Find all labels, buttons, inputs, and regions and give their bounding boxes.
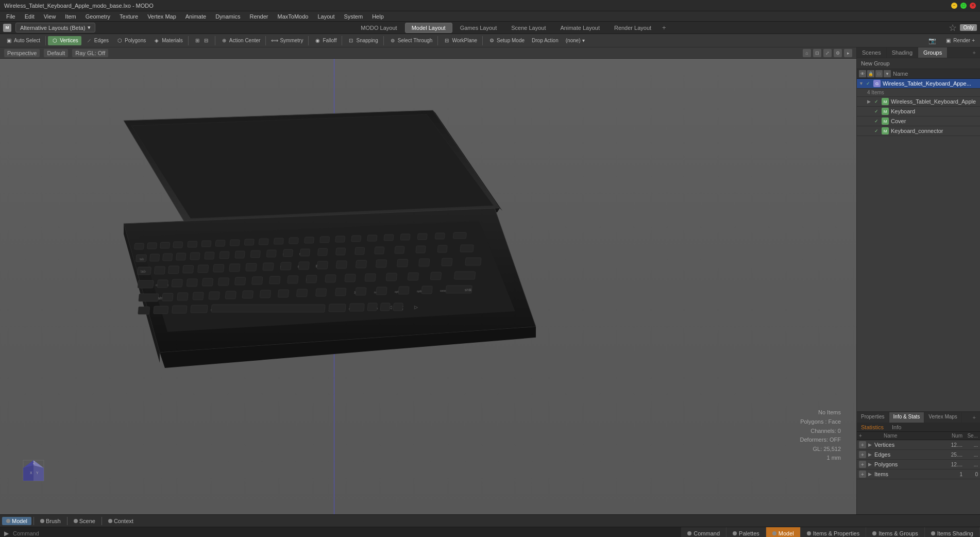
bottom-tab-scene[interactable]: Scene xyxy=(70,517,99,525)
menu-item[interactable]: Item xyxy=(61,12,80,21)
layout-tab-scene[interactable]: Scene Layout xyxy=(504,23,552,33)
polygons-button[interactable]: ⬡ Polygons xyxy=(113,36,149,45)
menu-file[interactable]: File xyxy=(2,12,20,21)
visibility-check[interactable]: ✓ xyxy=(865,80,871,87)
bottom-tab-context[interactable]: Context xyxy=(104,517,138,525)
col-eye-icon[interactable]: 👁 xyxy=(859,70,866,77)
select-through-button[interactable]: ⊚ Select Through xyxy=(386,36,436,45)
menu-view[interactable]: View xyxy=(40,12,60,21)
tree-item-keyboard[interactable]: ✓ M Keyboard xyxy=(857,107,980,116)
layout-tab-add[interactable]: + xyxy=(659,23,669,32)
menu-maxtomodo[interactable]: MaxToModo xyxy=(274,12,313,21)
btab-items-props[interactable]: Items & Properties xyxy=(801,527,866,537)
falloff-button[interactable]: ◉ Falloff xyxy=(311,36,340,45)
close-button[interactable]: ✕ xyxy=(970,3,976,9)
menu-geometry[interactable]: Geometry xyxy=(81,12,114,21)
vp-icon-more[interactable]: ▸ xyxy=(844,49,852,57)
render-button[interactable]: ▣ Render + xyxy=(941,36,978,45)
action-center-button[interactable]: ⊕ Action Center xyxy=(217,36,264,45)
minimize-button[interactable]: − xyxy=(951,3,957,9)
btab-palettes[interactable]: Palettes xyxy=(726,527,766,537)
expand-icon[interactable]: ▼ xyxy=(859,81,865,86)
layout-tab-render[interactable]: Render Layout xyxy=(607,23,658,33)
vis-check-4[interactable]: ✓ xyxy=(873,118,880,124)
vis-check-3[interactable]: ✓ xyxy=(873,108,880,114)
default-label[interactable]: Default xyxy=(44,49,68,57)
btab-model-active[interactable]: Model xyxy=(766,527,801,537)
viewport[interactable]: Perspective Default Ray GL: Off ⌂ ⊡ ⤢ ⚙ … xyxy=(0,47,856,514)
setup-mode-button[interactable]: ⚙ Setup Mode xyxy=(485,36,528,45)
menu-edit[interactable]: Edit xyxy=(21,12,39,21)
add-items[interactable]: + xyxy=(859,471,866,478)
camera-icon[interactable]: 📷 xyxy=(925,36,939,45)
panel-tab-add[interactable]: + xyxy=(969,47,980,58)
tree-item-connector[interactable]: ✓ M Keyboard_connector xyxy=(857,126,980,136)
layout-tab-games[interactable]: Games Layout xyxy=(453,23,504,33)
tree-item-root[interactable]: ▼ ✓ G Wireless_Tablet_Keyboard_Appe... xyxy=(857,79,980,89)
maximize-button[interactable]: □ xyxy=(960,3,967,9)
add-polygons[interactable]: + xyxy=(859,461,866,468)
action-dropdown[interactable]: (none) ▾ xyxy=(563,37,588,44)
col-lock-icon[interactable]: 🔒 xyxy=(867,70,874,77)
drop-action-button[interactable]: Drop Action xyxy=(529,37,562,44)
layout-tab-modo[interactable]: MODO Layout xyxy=(354,23,403,33)
vis-check-2[interactable]: ✓ xyxy=(873,98,880,105)
vp-icon-home[interactable]: ⌂ xyxy=(803,49,811,57)
btab-items-groups[interactable]: Items & Groups xyxy=(866,527,924,537)
tab-info-stats[interactable]: Info & Stats xyxy=(889,412,925,423)
menu-layout[interactable]: Layout xyxy=(313,12,339,21)
alt-layouts-button[interactable]: Alternative Layouts (Beta) ▾ xyxy=(15,23,95,32)
vp-icon-maximize[interactable]: ⤢ xyxy=(823,49,832,57)
btab-items-shading[interactable]: Items Shading xyxy=(925,527,980,537)
expand-vertices[interactable]: ▶ xyxy=(868,442,874,447)
layout-tab-animate[interactable]: Animate Layout xyxy=(554,23,606,33)
ray-gl-label[interactable]: Ray GL: Off xyxy=(72,49,108,57)
expand-icon-2[interactable]: ▶ xyxy=(867,99,873,104)
vp-icon-settings[interactable]: ⚙ xyxy=(834,49,842,57)
layout-tab-model[interactable]: Model Layout xyxy=(405,23,452,33)
menu-animate[interactable]: Animate xyxy=(181,12,210,21)
perspective-label[interactable]: Perspective xyxy=(4,49,40,57)
vis-check-5[interactable]: ✓ xyxy=(873,128,880,134)
new-group-button[interactable]: New Group xyxy=(857,58,980,69)
symmetry-button[interactable]: ⟺ Symmetry xyxy=(268,36,306,45)
tab-properties[interactable]: Properties xyxy=(857,412,889,423)
tab-shading[interactable]: Shading xyxy=(887,47,918,58)
expand-polygons[interactable]: ▶ xyxy=(868,462,874,467)
vp-icon-fit[interactable]: ⊡ xyxy=(813,49,821,57)
auto-select-button[interactable]: ▣ Auto Select xyxy=(2,36,43,45)
snapping-button[interactable]: ⊡ Snapping xyxy=(344,36,381,45)
materials-button[interactable]: ◈ Materials xyxy=(150,36,186,45)
info-tab[interactable]: Info xyxy=(892,424,901,430)
tab-groups[interactable]: Groups xyxy=(918,47,948,58)
menu-system[interactable]: System xyxy=(340,12,367,21)
bottom-tab-model[interactable]: Model xyxy=(2,517,31,525)
col-vis-icon[interactable]: □ xyxy=(875,70,883,77)
tree-item-cover[interactable]: ✓ M Cover xyxy=(857,116,980,126)
add-edges[interactable]: + xyxy=(859,451,866,458)
add-vertices[interactable]: + xyxy=(859,441,866,448)
star-icon[interactable]: ☆ xyxy=(949,22,957,33)
edges-button[interactable]: ⟋ Edges xyxy=(82,36,112,45)
menu-texture[interactable]: Texture xyxy=(115,12,142,21)
props-tab-add[interactable]: + xyxy=(969,412,980,423)
command-input[interactable] xyxy=(13,530,677,536)
btab-command[interactable]: Command xyxy=(681,527,726,537)
tab-vertex-maps[interactable]: Vertex Maps xyxy=(924,412,962,423)
menu-render[interactable]: Render xyxy=(245,12,272,21)
menu-help[interactable]: Help xyxy=(368,12,388,21)
expand-items[interactable]: ▶ xyxy=(868,472,874,477)
viewport-canvas[interactable]: tab 1 2 3 4 5 6 7 xyxy=(0,59,856,514)
statistics-tab[interactable]: Statistics xyxy=(861,424,884,430)
workplane-button[interactable]: ⊟ WorkPlane xyxy=(440,36,480,45)
bottom-tab-brush[interactable]: Brush xyxy=(36,517,65,525)
viewport-icons[interactable]: ⊞ ⊟ xyxy=(191,36,213,45)
tree-item-wireless[interactable]: ▶ ✓ M Wireless_Tablet_Keyboard_Apple xyxy=(857,97,980,107)
menu-dynamics[interactable]: Dynamics xyxy=(211,12,244,21)
expand-edges[interactable]: ▶ xyxy=(868,452,874,457)
menu-vertex-map[interactable]: Vertex Map xyxy=(143,12,180,21)
col-more-icon[interactable]: ▼ xyxy=(884,70,891,77)
tab-scenes[interactable]: Scenes xyxy=(857,47,887,58)
groups-tree[interactable]: ▼ ✓ G Wireless_Tablet_Keyboard_Appe... 4… xyxy=(857,79,980,411)
vertices-button[interactable]: ⬡ Vertices xyxy=(48,36,81,45)
